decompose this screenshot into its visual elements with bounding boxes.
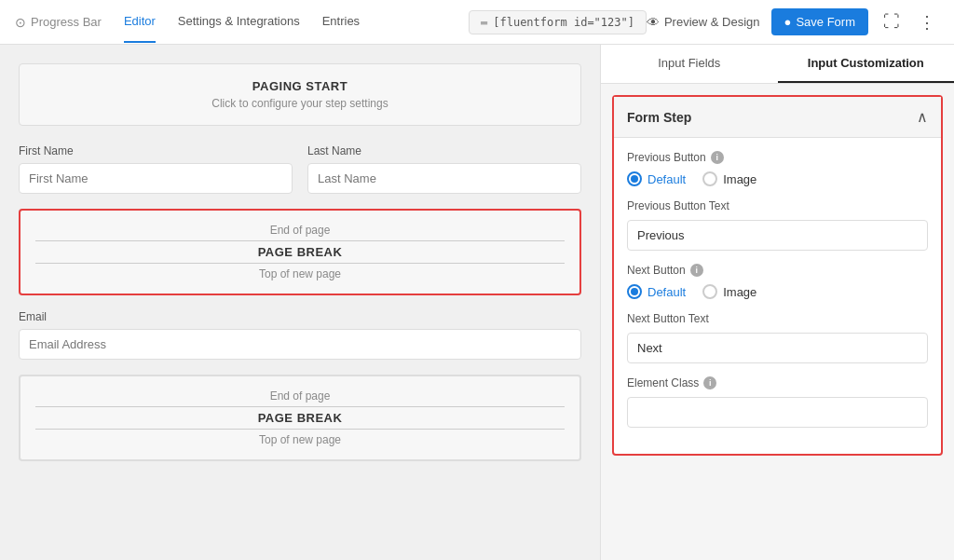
main-layout: PAGING START Click to configure your ste… [0,45,954,560]
previous-button-info-icon: i [711,151,724,164]
nav-left: ⊙ Progress Bar Editor Settings & Integra… [15,1,469,43]
last-name-group: Last Name [307,144,581,194]
page-break-2-title: PAGE BREAK [35,406,565,430]
email-input[interactable] [19,329,581,360]
first-name-input[interactable] [19,163,293,194]
first-name-group: First Name [19,144,293,194]
save-form-button[interactable]: ● Save Form [771,8,868,35]
email-label: Email [19,310,581,323]
last-name-label: Last Name [307,144,581,157]
previous-button-section: Previous Button i Default Image [627,151,928,186]
next-button-text-section: Next Button Text [627,312,928,363]
page-break-2-top-label: Top of new page [35,433,565,446]
page-break-2-end-label: End of page [35,389,565,403]
nav-editor[interactable]: Editor [124,1,156,43]
previous-button-label: Previous Button i [627,151,928,164]
next-button-text-input[interactable] [627,333,928,363]
next-button-section: Next Button i Default Image [627,264,928,299]
previous-button-text-section: Previous Button Text [627,199,928,251]
save-icon: ● [784,15,792,29]
form-step-header: Form Step ∧ [614,97,941,138]
previous-default-radio-dot [631,175,638,183]
previous-button-default-radio[interactable]: Default [627,171,686,186]
element-class-input[interactable] [627,397,928,428]
element-class-label: Element Class i [627,376,928,389]
paging-start-subtitle: Click to configure your step settings [34,97,566,110]
preview-icon: 👁 [647,15,660,30]
previous-button-text-input[interactable] [627,220,928,251]
paging-start-title: PAGING START [34,79,566,93]
page-break-block-2[interactable]: End of page PAGE BREAK Top of new page [19,375,581,461]
top-navigation: ⊙ Progress Bar Editor Settings & Integra… [0,0,954,45]
tab-input-customization[interactable]: Input Customization [778,45,955,83]
nav-right: 👁 Preview & Design ● Save Form ⛶ ⋮ [647,8,939,36]
element-class-section: Element Class i [627,376,928,428]
form-step-body: Previous Button i Default Image [614,138,941,454]
page-break-1-top-label: Top of new page [35,267,565,280]
panel-tabs: Input Fields Input Customization [601,45,954,84]
previous-default-radio-label: Default [647,172,686,186]
next-image-radio-circle [702,284,717,299]
next-button-text-label: Next Button Text [627,312,928,325]
name-fields-row: First Name Last Name [19,144,581,194]
previous-image-radio-label: Image [723,172,756,186]
form-step-section: Form Step ∧ Previous Button i [612,95,943,456]
editor-area: PAGING START Click to configure your ste… [0,45,600,560]
previous-button-image-radio[interactable]: Image [702,171,756,186]
last-name-input[interactable] [307,163,581,194]
shortcode-icon: ▬ [481,16,487,29]
next-button-label: Next Button i [627,264,928,277]
form-step-title: Form Step [627,110,691,125]
right-panel: Input Fields Input Customization Form St… [600,45,954,560]
form-step-collapse-button[interactable]: ∧ [917,108,928,126]
page-break-block-1[interactable]: End of page PAGE BREAK Top of new page [19,209,581,295]
more-options-button[interactable]: ⋮ [915,8,939,36]
next-button-image-radio[interactable]: Image [702,284,756,299]
shortcode-display[interactable]: ▬ [fluentform id="123"] [469,10,647,34]
nav-entries[interactable]: Entries [322,1,360,43]
next-button-info-icon: i [690,264,703,277]
email-group: Email [19,310,581,360]
previous-button-text-label: Previous Button Text [627,199,928,212]
next-default-radio-dot [631,288,638,295]
next-default-radio-circle [627,284,642,299]
nav-progress-bar[interactable]: ⊙ Progress Bar [15,15,102,30]
page-break-1-end-label: End of page [35,224,565,237]
fullscreen-button[interactable]: ⛶ [879,8,904,35]
previous-button-radio-group: Default Image [627,171,928,186]
next-button-radio-group: Default Image [627,284,928,299]
tab-input-fields[interactable]: Input Fields [601,45,778,83]
paging-start-block[interactable]: PAGING START Click to configure your ste… [19,63,581,126]
previous-image-radio-circle [702,171,717,186]
preview-design-button[interactable]: 👁 Preview & Design [647,15,760,30]
page-break-1-title: PAGE BREAK [35,240,565,264]
next-image-radio-label: Image [723,285,756,299]
next-button-default-radio[interactable]: Default [627,284,686,299]
nav-settings-integrations[interactable]: Settings & Integrations [178,1,300,43]
previous-default-radio-circle [627,171,642,186]
first-name-label: First Name [19,144,293,157]
next-default-radio-label: Default [647,285,686,299]
element-class-info-icon: i [703,376,716,389]
